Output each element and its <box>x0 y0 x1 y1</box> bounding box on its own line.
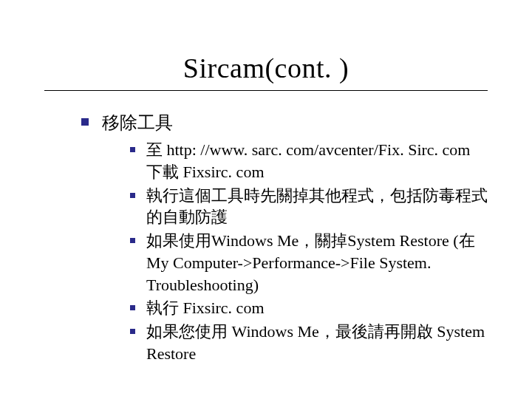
square-bullet-icon <box>130 193 135 198</box>
square-bullet-icon <box>130 329 135 334</box>
list-item-text: 執行 Fixsirc. com <box>146 299 265 317</box>
list-item: 執行這個工具時先關掉其他程式，包括防毒程式的自動防護 <box>130 185 488 228</box>
removal-steps-list: 至 http: //www. sarc. com/avcenter/Fix. S… <box>130 139 488 364</box>
list-item-text: 至 http: //www. sarc. com/avcenter/Fix. S… <box>146 140 470 181</box>
list-item: 如果您使用 Windows Me，最後請再開啟 System Restore <box>130 321 488 364</box>
slide-title: Sircam(cont. ) <box>0 52 532 84</box>
list-item: 至 http: //www. sarc. com/avcenter/Fix. S… <box>130 139 488 183</box>
title-underline <box>44 90 488 91</box>
list-item-text: 執行這個工具時先關掉其他程式，包括防毒程式的自動防護 <box>146 186 488 227</box>
list-item-text: 如果使用Windows Me，關掉System Restore (在My Com… <box>146 231 475 293</box>
slide-body: 移除工具 至 http: //www. sarc. com/avcenter/F… <box>81 111 488 366</box>
list-item: 如果使用Windows Me，關掉System Restore (在My Com… <box>130 230 488 296</box>
square-bullet-icon <box>81 118 89 126</box>
section-heading-item: 移除工具 <box>81 111 488 134</box>
list-item-text: 如果您使用 Windows Me，最後請再開啟 System Restore <box>146 322 485 363</box>
section-heading-text: 移除工具 <box>102 113 173 132</box>
slide: Sircam(cont. ) 移除工具 至 http: //www. sarc.… <box>0 0 532 399</box>
square-bullet-icon <box>130 305 135 310</box>
square-bullet-icon <box>130 238 135 243</box>
square-bullet-icon <box>130 147 135 152</box>
list-item: 執行 Fixsirc. com <box>130 297 488 319</box>
